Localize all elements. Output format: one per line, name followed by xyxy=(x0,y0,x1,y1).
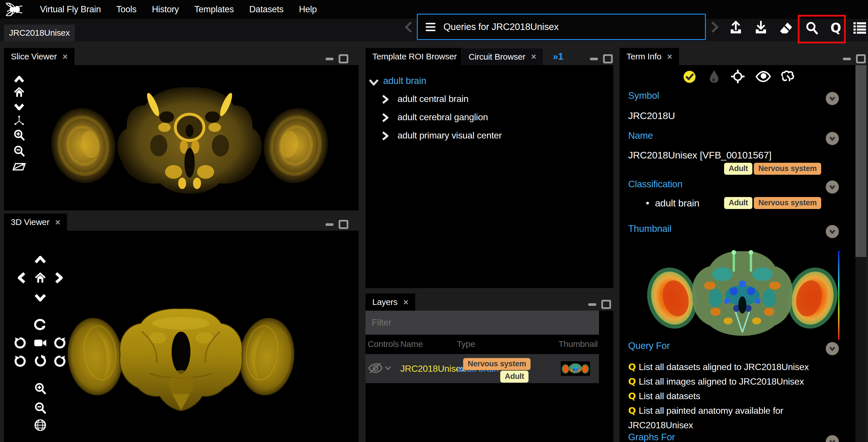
tab-template-roi-browser[interactable]: Template ROI Browser xyxy=(366,48,474,65)
maximize-icon[interactable] xyxy=(601,300,611,309)
tab-layers[interactable]: Layers xyxy=(366,293,415,311)
query-search-box[interactable] xyxy=(417,14,706,40)
maximize-icon[interactable] xyxy=(339,220,348,229)
pan-left-icon[interactable] xyxy=(15,271,28,284)
home-icon[interactable] xyxy=(12,86,26,99)
search-input[interactable] xyxy=(443,21,673,33)
tree-node-adult-brain[interactable]: adult brain xyxy=(383,75,426,86)
maximize-icon[interactable] xyxy=(339,54,348,63)
visibility-eye-icon[interactable] xyxy=(755,71,771,82)
query-link-all-datasets[interactable]: QList all datasets xyxy=(628,389,828,404)
tree-node-adult-primary-visual-center[interactable]: adult primary visual center xyxy=(398,130,502,141)
slice-plane-icon[interactable] xyxy=(12,160,26,173)
eraser-icon[interactable] xyxy=(779,21,793,35)
zoom-in-icon[interactable] xyxy=(12,128,26,141)
query-link-painted-anatomy[interactable]: QList all painted anatomy available for … xyxy=(628,404,828,433)
minimize-icon[interactable] xyxy=(326,58,334,60)
zoom-in-icon[interactable] xyxy=(34,382,47,395)
menu-templates[interactable]: Templates xyxy=(194,4,234,14)
search-tool-icon[interactable] xyxy=(805,21,819,35)
menu-help[interactable]: Help xyxy=(299,4,317,14)
term-thumbnail-image[interactable] xyxy=(643,241,842,343)
tree-expand-icon[interactable] xyxy=(381,131,389,141)
minimize-icon[interactable] xyxy=(843,58,851,60)
color-droplet-icon[interactable] xyxy=(709,70,719,83)
close-icon[interactable] xyxy=(55,218,60,227)
brain-3d-toggle-icon[interactable] xyxy=(780,70,795,83)
tree-expand-icon[interactable] xyxy=(381,94,389,104)
classification-adult-brain-link[interactable]: adult brain xyxy=(655,198,699,209)
section-query-for-label[interactable]: Query For xyxy=(628,340,670,351)
section-thumbnail-label[interactable]: Thumbnail xyxy=(628,223,671,234)
section-name-label[interactable]: Name xyxy=(628,130,653,141)
tab-jrc2018unisex[interactable]: JRC2018Unisex xyxy=(4,25,75,41)
filter-input[interactable] xyxy=(366,317,589,328)
locate-crosshair-icon[interactable] xyxy=(731,70,745,83)
camera-icon[interactable] xyxy=(34,336,47,349)
axes-icon[interactable] xyxy=(12,114,26,127)
tab-term-info[interactable]: Term Info xyxy=(620,48,679,65)
zoom-out-icon[interactable] xyxy=(34,402,47,415)
tree-expand-icon[interactable] xyxy=(381,113,389,123)
section-name-collapse-icon[interactable] xyxy=(826,132,839,145)
section-classification-collapse-icon[interactable] xyxy=(826,181,839,194)
chevron-up-icon[interactable] xyxy=(12,72,26,86)
home-icon[interactable] xyxy=(34,271,47,284)
section-symbol-collapse-icon[interactable] xyxy=(826,92,839,105)
menu-history[interactable]: History xyxy=(152,4,179,14)
maximize-icon[interactable] xyxy=(603,54,613,63)
query-tool-icon[interactable]: Q xyxy=(829,21,843,35)
maximize-icon[interactable] xyxy=(856,54,866,63)
chevron-down-icon[interactable] xyxy=(384,365,392,371)
tab-overflow-indicator[interactable]: »1 xyxy=(553,51,563,62)
chevron-down-icon[interactable] xyxy=(12,100,26,114)
search-menu-icon[interactable] xyxy=(426,23,435,31)
history-forward-icon[interactable] xyxy=(709,21,721,34)
menu-tools[interactable]: Tools xyxy=(116,4,136,14)
pan-right-icon[interactable] xyxy=(53,271,66,284)
roll-ccw-icon[interactable] xyxy=(14,355,27,368)
tab-circuit-browser[interactable]: Circuit Browser xyxy=(461,48,544,65)
menu-datasets[interactable]: Datasets xyxy=(249,4,283,14)
minimize-icon[interactable] xyxy=(590,58,598,60)
minimize-icon[interactable] xyxy=(588,303,596,306)
close-icon[interactable] xyxy=(63,52,68,61)
term-info-scrollbar[interactable] xyxy=(856,65,866,442)
menu-virtual-fly-brain[interactable]: Virtual Fly Brain xyxy=(40,4,101,14)
tree-node-adult-cerebral-ganglion[interactable]: adult cerebral ganglion xyxy=(398,112,488,123)
reset-rotation-icon[interactable] xyxy=(34,355,47,368)
section-query-for-collapse-icon[interactable] xyxy=(826,342,839,355)
layer-thumbnail[interactable] xyxy=(561,360,590,377)
layer-name[interactable]: JRC2018Unisex xyxy=(400,364,465,374)
download-icon[interactable] xyxy=(754,21,768,35)
tab-3d-viewer[interactable]: 3D Viewer xyxy=(4,214,67,231)
tree-collapse-icon[interactable] xyxy=(368,78,379,86)
query-link-images-aligned[interactable]: QList all images aligned to JRC2018Unise… xyxy=(628,374,828,389)
selected-check-icon[interactable] xyxy=(683,70,696,83)
section-graphs-for-label[interactable]: Graphs For xyxy=(628,432,675,442)
section-classification-label[interactable]: Classification xyxy=(628,179,682,190)
pan-down-icon[interactable] xyxy=(34,291,47,304)
section-thumbnail-collapse-icon[interactable] xyxy=(826,225,839,238)
pan-up-icon[interactable] xyxy=(34,253,47,266)
minimize-icon[interactable] xyxy=(326,223,334,226)
upload-icon[interactable] xyxy=(728,21,743,35)
vfb-fly-logo-icon[interactable] xyxy=(4,1,23,18)
section-graphs-for-collapse-icon[interactable] xyxy=(826,435,839,442)
history-back-icon[interactable] xyxy=(403,21,414,34)
list-view-icon[interactable] xyxy=(852,21,867,35)
wireframe-globe-icon[interactable] xyxy=(34,419,47,432)
section-symbol-label[interactable]: Symbol xyxy=(628,90,659,101)
layer-row-jrc2018unisex[interactable]: JRC2018Unisex adult brain Nervous system… xyxy=(366,354,599,383)
rotate-icon[interactable] xyxy=(34,318,47,331)
close-icon[interactable] xyxy=(403,298,408,307)
rotate-ccw-icon[interactable] xyxy=(14,336,27,349)
tree-node-adult-central-brain[interactable]: adult central brain xyxy=(398,94,469,104)
visibility-off-icon[interactable] xyxy=(368,362,382,374)
zoom-out-icon[interactable] xyxy=(12,145,26,158)
query-link-datasets-aligned[interactable]: QList all datasets aligned to JRC2018Uni… xyxy=(628,360,828,374)
3d-viewer-canvas[interactable] xyxy=(4,231,359,442)
scrollbar-thumb[interactable] xyxy=(856,65,866,257)
close-icon[interactable] xyxy=(667,52,672,61)
close-icon[interactable] xyxy=(531,52,536,61)
